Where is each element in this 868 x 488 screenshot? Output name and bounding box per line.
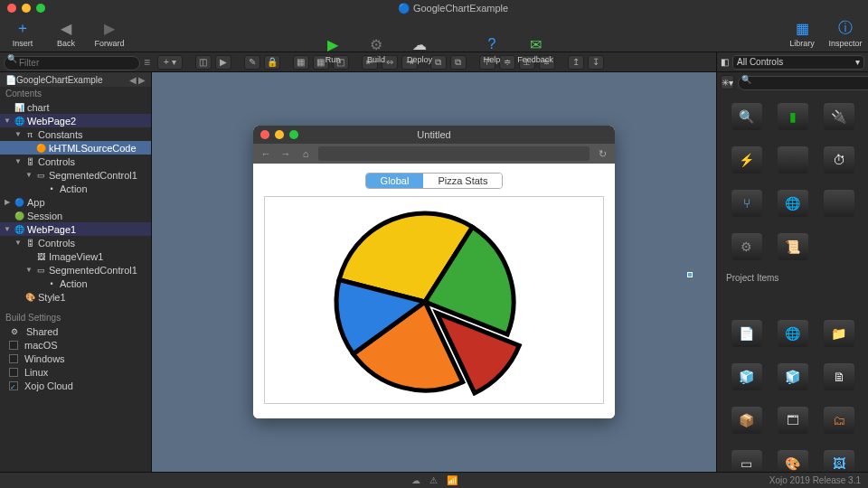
navigator-item[interactable]: ▶🔵App bbox=[0, 195, 151, 209]
disclosure-icon[interactable]: ▶ bbox=[4, 198, 11, 206]
library-category-select[interactable]: All Controls▾ bbox=[732, 55, 864, 70]
lock-button[interactable]: 🔒 bbox=[264, 55, 280, 70]
navigator-item[interactable]: 📊chart bbox=[0, 100, 151, 114]
library-item[interactable] bbox=[818, 184, 859, 222]
close-icon[interactable] bbox=[260, 130, 269, 139]
disclosure-icon[interactable]: ▼ bbox=[14, 239, 22, 247]
selection-handle-icon[interactable] bbox=[687, 272, 693, 277]
library-panel-icon[interactable]: ◧ bbox=[721, 57, 729, 67]
disclosure-icon[interactable]: ▼ bbox=[14, 157, 22, 165]
build-target-item[interactable]: macOS bbox=[0, 338, 151, 352]
library-options-button[interactable]: ✳︎▾ bbox=[721, 75, 734, 89]
segmented-control[interactable]: GlobalPizza Stats bbox=[264, 173, 604, 189]
zoom-window-icon[interactable] bbox=[36, 4, 45, 13]
edit-button[interactable]: ✎ bbox=[244, 55, 260, 70]
navigator-item[interactable]: ▼πConstants bbox=[0, 127, 151, 141]
library-item[interactable]: 🎨 bbox=[772, 445, 813, 472]
navigator-item[interactable]: •Action bbox=[0, 277, 151, 290]
nav-reload-button[interactable]: ↻ bbox=[595, 146, 609, 161]
navigator-item[interactable]: •Action bbox=[0, 182, 151, 195]
inspector-button[interactable]: ⓘInspector bbox=[830, 18, 861, 48]
library-item[interactable]: ◎ bbox=[772, 141, 813, 179]
library-item[interactable]: 🌐 bbox=[772, 184, 813, 222]
disclosure-icon[interactable]: ▼ bbox=[25, 171, 33, 179]
navigator-item[interactable]: ▼▭SegmentedControl1 bbox=[0, 168, 151, 182]
url-field[interactable] bbox=[318, 146, 590, 161]
library-item[interactable]: 🔍 bbox=[726, 98, 767, 136]
library-item[interactable]: ⏱ bbox=[818, 141, 859, 179]
cloud-sync-icon[interactable]: ☁ bbox=[411, 475, 420, 485]
navigator-item[interactable]: ▼🎛Controls bbox=[0, 236, 151, 249]
order1-button[interactable]: ↥ bbox=[568, 55, 584, 70]
disclosure-icon[interactable]: ▼ bbox=[25, 266, 33, 274]
checkbox-icon[interactable] bbox=[9, 354, 18, 363]
feedback-button[interactable]: ✉Feedback bbox=[520, 34, 551, 64]
checkbox-icon[interactable] bbox=[9, 368, 18, 377]
checkbox-icon[interactable] bbox=[9, 381, 18, 390]
close-window-icon[interactable] bbox=[7, 4, 16, 13]
layout-canvas[interactable]: Untitled ← → ⌂ ↻ GlobalPizza Stats bbox=[152, 72, 716, 472]
navigator-menu-icon[interactable]: ≡ bbox=[144, 56, 150, 69]
library-item[interactable]: ⚙ bbox=[726, 228, 767, 266]
view-mode-1-button[interactable]: ◫ bbox=[195, 55, 212, 70]
nav-back-button[interactable]: ← bbox=[259, 146, 273, 161]
library-item[interactable]: ⑂ bbox=[726, 184, 767, 222]
zoom-icon[interactable] bbox=[289, 130, 298, 139]
library-item[interactable]: 🌐 bbox=[772, 314, 813, 352]
navigator-item[interactable]: ▼🌐WebPage2 bbox=[0, 114, 151, 127]
order2-button[interactable]: ↧ bbox=[588, 55, 604, 70]
add-button[interactable]: + ▾ bbox=[157, 55, 183, 70]
build-target-item[interactable]: ⚙Shared bbox=[0, 324, 151, 338]
library-item[interactable]: 📦 bbox=[726, 401, 767, 439]
minimize-window-icon[interactable] bbox=[22, 4, 31, 13]
build-button[interactable]: ⚙Build bbox=[361, 34, 392, 64]
segment-pizza-stats[interactable]: Pizza Stats bbox=[423, 174, 502, 188]
library-item[interactable]: 📄 bbox=[726, 314, 767, 352]
library-item[interactable]: ⚡ bbox=[726, 141, 767, 179]
library-item[interactable]: ▭ bbox=[726, 445, 767, 472]
library-item[interactable]: 🖼 bbox=[818, 445, 859, 472]
help-button[interactable]: ?Help bbox=[476, 34, 507, 64]
nav-fwd-icon[interactable]: ▶ bbox=[138, 75, 146, 85]
library-item[interactable]: ▮ bbox=[772, 98, 813, 136]
library-button[interactable]: ▦Library bbox=[787, 18, 817, 48]
back-button[interactable]: ◀Back bbox=[51, 18, 81, 48]
traffic-lights[interactable] bbox=[7, 4, 45, 13]
library-item[interactable]: 🗎 bbox=[818, 358, 859, 396]
disclosure-icon[interactable]: ▼ bbox=[14, 130, 22, 138]
library-item[interactable]: 🗔 bbox=[772, 401, 813, 439]
disclosure-icon[interactable]: ▼ bbox=[4, 117, 11, 125]
view-mode-2-button[interactable]: ▶ bbox=[215, 55, 231, 70]
navigator-item[interactable]: 🎨Style1 bbox=[0, 290, 151, 304]
build-target-item[interactable]: Windows bbox=[0, 352, 151, 365]
navigator-item[interactable]: ▼🌐WebPage1 bbox=[0, 222, 151, 236]
checkbox-icon[interactable] bbox=[9, 341, 18, 350]
nav-forward-button[interactable]: → bbox=[278, 146, 293, 161]
library-item[interactable]: 🗂 bbox=[818, 401, 859, 439]
build-target-item[interactable]: Linux bbox=[0, 365, 151, 379]
insert-button[interactable]: ＋Insert bbox=[7, 18, 38, 48]
nav-back-icon[interactable]: ◀ bbox=[129, 75, 137, 85]
nav-home-button[interactable]: ⌂ bbox=[298, 146, 313, 161]
warning-icon[interactable]: ⚠ bbox=[429, 475, 438, 485]
library-item[interactable]: 🧊 bbox=[726, 358, 767, 396]
library-item[interactable]: 🧊 bbox=[772, 358, 813, 396]
build-target-item[interactable]: Xojo Cloud bbox=[0, 379, 151, 392]
library-item[interactable]: 📜 bbox=[772, 228, 813, 266]
grid1-button[interactable]: ▦ bbox=[293, 55, 309, 70]
navigator-item[interactable]: 🟢Session bbox=[0, 209, 151, 222]
library-item[interactable]: 🔌 bbox=[818, 98, 859, 136]
wifi-icon[interactable]: 📶 bbox=[447, 475, 458, 485]
run-button[interactable]: ▶Run bbox=[317, 34, 348, 64]
navigator-item[interactable]: ▼▭SegmentedControl1 bbox=[0, 263, 151, 277]
minimize-icon[interactable] bbox=[275, 130, 284, 139]
segment-global[interactable]: Global bbox=[366, 174, 424, 188]
forward-button[interactable]: ▶Forward bbox=[94, 18, 125, 48]
library-search-input[interactable] bbox=[738, 76, 868, 90]
navigator-item[interactable]: ▼🎛Controls bbox=[0, 155, 151, 168]
deploy-button[interactable]: ☁Deploy bbox=[404, 34, 435, 64]
navigator-item[interactable]: 🖼ImageView1 bbox=[0, 249, 151, 263]
filter-input[interactable] bbox=[4, 56, 140, 70]
project-header[interactable]: 📄 GoogleChartExample ◀▶ bbox=[0, 72, 151, 87]
preview-window[interactable]: Untitled ← → ⌂ ↻ GlobalPizza Stats bbox=[253, 126, 615, 418]
